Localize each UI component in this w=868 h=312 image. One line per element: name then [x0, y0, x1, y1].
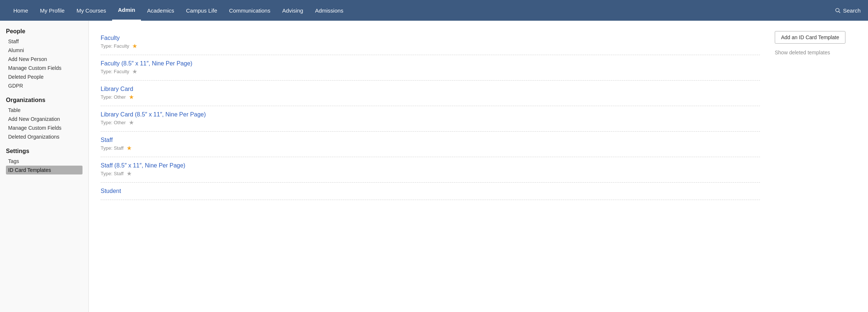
sidebar-item-id-card-templates[interactable]: ID Card Templates [6, 166, 83, 174]
nav-communications[interactable]: Communications [223, 0, 276, 21]
search-label: Search [843, 7, 861, 14]
star-empty-icon[interactable]: ★ [127, 170, 132, 177]
template-item: Library CardType: Other ★ [101, 81, 760, 106]
nav-my-profile[interactable]: My Profile [34, 0, 71, 21]
star-filled-icon[interactable]: ★ [132, 43, 137, 50]
sidebar-item-alumni[interactable]: Alumni [6, 46, 83, 55]
template-type: Type: Staff ★ [101, 145, 760, 152]
content-area: FacultyType: Faculty ★Faculty (8.5″ x 11… [89, 21, 868, 312]
template-name-link[interactable]: Library Card [101, 86, 760, 92]
sidebar-item-table[interactable]: Table [6, 106, 83, 115]
star-filled-icon[interactable]: ★ [129, 94, 134, 101]
search-icon [835, 7, 841, 13]
star-filled-icon[interactable]: ★ [127, 145, 132, 152]
template-item: Staff (8.5″ x 11″, Nine Per Page)Type: S… [101, 157, 760, 183]
sidebar-item-manage-custom-fields-org[interactable]: Manage Custom Fields [6, 123, 83, 132]
top-navigation: Home My Profile My Courses Admin Academi… [0, 0, 868, 21]
template-name-link[interactable]: Faculty (8.5″ x 11″, Nine Per Page) [101, 60, 760, 67]
nav-admin[interactable]: Admin [112, 0, 141, 21]
sidebar-item-manage-custom-fields-people[interactable]: Manage Custom Fields [6, 64, 83, 72]
sidebar-section-settings: Settings [6, 148, 83, 155]
template-item: StaffType: Staff ★ [101, 132, 760, 157]
sidebar-item-tags[interactable]: Tags [6, 157, 83, 166]
sidebar-section-people: People [6, 28, 83, 35]
templates-list: FacultyType: Faculty ★Faculty (8.5″ x 11… [101, 30, 760, 303]
svg-point-0 [836, 9, 839, 12]
template-name-link[interactable]: Student [101, 188, 760, 194]
star-empty-icon[interactable]: ★ [132, 68, 137, 75]
template-type: Type: Other ★ [101, 94, 760, 101]
search-button[interactable]: Search [835, 7, 861, 14]
template-type: Type: Staff ★ [101, 170, 760, 177]
sidebar-item-add-new-person[interactable]: Add New Person [6, 55, 83, 64]
nav-my-courses[interactable]: My Courses [71, 0, 112, 21]
svg-line-1 [839, 11, 840, 13]
sidebar-item-deleted-people[interactable]: Deleted People [6, 72, 83, 81]
nav-admissions[interactable]: Admissions [309, 0, 349, 21]
template-item: FacultyType: Faculty ★ [101, 30, 760, 55]
add-template-button[interactable]: Add an ID Card Template [775, 31, 845, 44]
sidebar: People Staff Alumni Add New Person Manag… [0, 21, 89, 312]
template-name-link[interactable]: Staff [101, 137, 760, 143]
right-panel: Add an ID Card Template Show deleted tem… [775, 30, 856, 303]
sidebar-item-gdpr[interactable]: GDPR [6, 81, 83, 90]
template-item: Library Card (8.5″ x 11″, Nine Per Page)… [101, 106, 760, 132]
nav-academics[interactable]: Academics [141, 0, 180, 21]
template-item: Student [101, 183, 760, 200]
sidebar-item-add-new-organization[interactable]: Add New Organization [6, 115, 83, 123]
star-empty-icon[interactable]: ★ [129, 119, 134, 126]
template-type: Type: Faculty ★ [101, 43, 760, 50]
nav-advising[interactable]: Advising [276, 0, 309, 21]
sidebar-item-deleted-organizations[interactable]: Deleted Organizations [6, 132, 83, 141]
sidebar-item-staff[interactable]: Staff [6, 37, 83, 46]
nav-home[interactable]: Home [7, 0, 34, 21]
show-deleted-link[interactable]: Show deleted templates [775, 50, 856, 55]
sidebar-section-organizations: Organizations [6, 97, 83, 104]
main-layout: People Staff Alumni Add New Person Manag… [0, 21, 868, 312]
template-name-link[interactable]: Faculty [101, 35, 760, 41]
template-type: Type: Faculty ★ [101, 68, 760, 75]
nav-campus-life[interactable]: Campus Life [180, 0, 223, 21]
template-type: Type: Other ★ [101, 119, 760, 126]
template-name-link[interactable]: Staff (8.5″ x 11″, Nine Per Page) [101, 162, 760, 169]
template-item: Faculty (8.5″ x 11″, Nine Per Page)Type:… [101, 55, 760, 81]
template-name-link[interactable]: Library Card (8.5″ x 11″, Nine Per Page) [101, 111, 760, 118]
